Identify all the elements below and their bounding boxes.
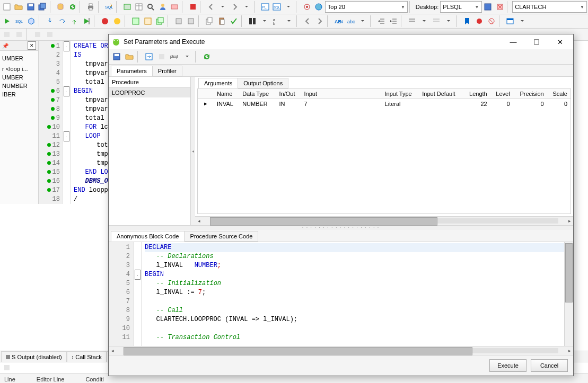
- sql-icon[interactable]: SQL: [13, 15, 25, 27]
- col-input-default[interactable]: Input Default: [419, 89, 463, 99]
- outline-item[interactable]: IBER: [0, 90, 38, 99]
- copy-icon[interactable]: [204, 15, 215, 27]
- tab-output-options[interactable]: Output Options: [238, 78, 288, 88]
- dropdown-icon[interactable]: [217, 1, 229, 13]
- compile-icon[interactable]: [130, 15, 142, 27]
- globe-icon[interactable]: [313, 1, 324, 13]
- desktop-combo[interactable]: PLSQL▼: [440, 1, 481, 13]
- save-icon[interactable]: [25, 1, 36, 13]
- procedure-list[interactable]: LOOPPROC: [109, 87, 190, 204]
- close-panel-icon[interactable]: ✕: [28, 41, 36, 50]
- sql-recall-icon[interactable]: SQL: [271, 1, 282, 13]
- toolbar-icon[interactable]: [1, 1, 12, 13]
- open-icon[interactable]: [13, 1, 24, 13]
- col-name[interactable]: Name: [214, 89, 239, 99]
- col-level[interactable]: Level: [490, 89, 513, 99]
- dropdown-icon[interactable]: [283, 15, 295, 27]
- table-icon[interactable]: [133, 1, 144, 13]
- outline-item[interactable]: UMBER: [0, 54, 38, 63]
- nav-fwd-icon[interactable]: [314, 15, 326, 27]
- top20-combo[interactable]: Top 20▼: [325, 1, 408, 13]
- refresh-icon[interactable]: [67, 1, 78, 13]
- run-icon[interactable]: [1, 15, 13, 27]
- outline-item[interactable]: NUMBER: [0, 82, 38, 90]
- save-all-icon[interactable]: [37, 1, 48, 13]
- fold-toggle[interactable]: -: [64, 86, 69, 96]
- delete-desktop-icon[interactable]: [494, 1, 505, 13]
- nav-back-icon[interactable]: [302, 15, 313, 27]
- comment-icon[interactable]: [406, 15, 418, 27]
- unindent-icon[interactable]: [375, 15, 387, 27]
- dropdown-icon[interactable]: [357, 15, 368, 27]
- check-syntax-icon[interactable]: [228, 15, 240, 27]
- find-icon[interactable]: [247, 15, 258, 27]
- send-to-editor-icon[interactable]: [143, 51, 155, 63]
- col-input-type[interactable]: Input Type: [382, 89, 419, 99]
- arguments-grid[interactable]: Name Data Type In/Out Input Input Type I…: [198, 89, 571, 108]
- col-length[interactable]: Length: [463, 89, 490, 99]
- save-icon[interactable]: [111, 51, 122, 63]
- clear-bp-icon[interactable]: [486, 15, 497, 27]
- explain-icon[interactable]: [25, 15, 37, 27]
- save-desktop-icon[interactable]: [482, 1, 494, 13]
- package-icon[interactable]: [121, 1, 133, 13]
- minimize-button[interactable]: —: [503, 35, 523, 48]
- load-icon[interactable]: [173, 15, 185, 27]
- col-datatype[interactable]: Data Type: [239, 89, 276, 99]
- close-button[interactable]: ✕: [550, 35, 570, 48]
- col-scale[interactable]: Scale: [547, 89, 571, 99]
- vertical-splitter[interactable]: ◂: [191, 77, 195, 204]
- refresh-icon[interactable]: [201, 51, 213, 63]
- reload-icon[interactable]: [185, 15, 197, 27]
- breakpoint-icon[interactable]: [473, 15, 485, 27]
- find-object-icon[interactable]: [145, 1, 156, 13]
- fold-toggle[interactable]: -: [64, 131, 69, 141]
- argument-row[interactable]: ▸ INVAL NUMBER IN 7 Literal 22 0 0 0: [198, 99, 571, 109]
- dropdown-icon[interactable]: [418, 15, 430, 27]
- compile-debug-icon[interactable]: [142, 15, 154, 27]
- dropdown-icon[interactable]: [181, 51, 193, 63]
- outline-item[interactable]: UMBER: [0, 73, 38, 82]
- compile-all-icon[interactable]: [154, 15, 166, 27]
- col-input[interactable]: Input: [301, 89, 382, 99]
- print-icon[interactable]: [85, 1, 96, 13]
- back-icon[interactable]: [205, 1, 216, 13]
- stop-icon[interactable]: [187, 1, 198, 13]
- pin-icon[interactable]: 📌: [2, 43, 8, 49]
- sql-tuning-icon[interactable]: SQL: [103, 1, 115, 13]
- step-into-icon[interactable]: [44, 15, 56, 27]
- dropdown-icon[interactable]: [283, 1, 294, 13]
- lowercase-icon[interactable]: abc: [345, 15, 356, 27]
- user-icon[interactable]: [157, 1, 168, 13]
- outline-item[interactable]: r <loop i...: [0, 65, 38, 73]
- session-icon[interactable]: [169, 1, 180, 13]
- indent-icon[interactable]: [388, 15, 399, 27]
- run-to-cursor-icon[interactable]: [81, 15, 92, 27]
- open-icon[interactable]: [124, 51, 135, 63]
- dropdown-icon[interactable]: [516, 15, 528, 27]
- step-out-icon[interactable]: [68, 15, 80, 27]
- tab-parameters[interactable]: Parameters: [111, 66, 153, 76]
- schema-combo[interactable]: CLARTECH▼: [512, 1, 587, 13]
- uppercase-icon[interactable]: ABC: [332, 15, 344, 27]
- step-over-icon[interactable]: [56, 15, 68, 27]
- window-icon[interactable]: [504, 15, 516, 27]
- replace-icon[interactable]: ab: [271, 15, 283, 27]
- db-connect-icon[interactable]: [55, 1, 66, 13]
- fold-toggle[interactable]: -: [64, 41, 69, 51]
- dropdown-icon[interactable]: [259, 15, 270, 27]
- tab-arguments[interactable]: Arguments: [198, 78, 238, 88]
- procedure-item[interactable]: LOOPPROC: [109, 88, 190, 97]
- paste-icon[interactable]: [216, 15, 227, 27]
- tab-profiler[interactable]: Profiler: [152, 66, 182, 76]
- sql-editor-icon[interactable]: PL: [259, 1, 270, 13]
- dropdown-icon[interactable]: [443, 15, 454, 27]
- dropdown-icon[interactable]: [241, 1, 252, 13]
- col-precision[interactable]: Precision: [513, 89, 547, 99]
- col-inout[interactable]: In/Out: [276, 89, 301, 99]
- plsql-icon[interactable]: plsql: [169, 51, 180, 63]
- uncomment-icon[interactable]: [431, 15, 442, 27]
- forward-icon[interactable]: [229, 1, 240, 13]
- bookmark-icon[interactable]: [461, 15, 473, 27]
- trace-icon[interactable]: [111, 15, 123, 27]
